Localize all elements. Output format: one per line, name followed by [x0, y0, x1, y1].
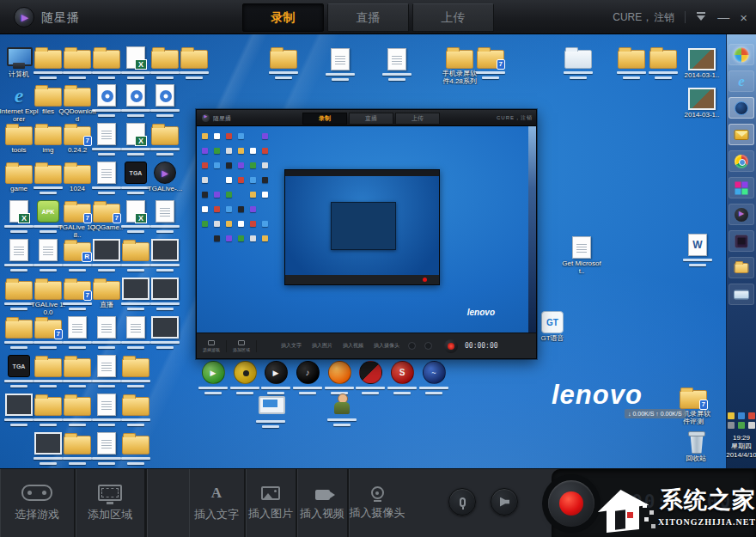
- desktop-icon[interactable]: [145, 239, 185, 272]
- tray-update-icon[interactable]: [738, 422, 745, 429]
- desktop-icon[interactable]: [264, 46, 303, 79]
- tray-security-icon[interactable]: [748, 412, 755, 419]
- excel-icon: X: [126, 200, 145, 223]
- taskbar-item-browser[interactable]: [729, 97, 754, 119]
- desktop-icon-手机录屏软件评测[interactable]: 7手机录屏软件评测: [674, 387, 713, 425]
- desktop-icon-TGALive-...[interactable]: ▶TGALive-...: [145, 162, 185, 192]
- mirror-desktop-icon: [262, 235, 268, 241]
- tray-network-icon[interactable]: [738, 412, 745, 419]
- doc-icon: [331, 48, 350, 70]
- insert-video-button[interactable]: 插入视频: [297, 469, 349, 537]
- mirror-desktop-icon: [262, 192, 268, 198]
- taskbar-item-chrome[interactable]: [729, 150, 754, 172]
- tray-misc-icon[interactable]: [748, 422, 755, 429]
- mirror-desktop-icon: [238, 162, 244, 168]
- desktop-icon[interactable]: [251, 395, 290, 428]
- nested-region-icon: [238, 340, 245, 345]
- select-game-button[interactable]: 选择游戏: [0, 469, 76, 537]
- taskbar-item-tray-drive[interactable]: [729, 284, 754, 305]
- taskbar-item-suixingbo[interactable]: [729, 204, 754, 225]
- capp-red-icon: S: [391, 361, 414, 384]
- system-tray[interactable]: [728, 412, 756, 429]
- app-window: lenovo ↓ 0.00K/S ↑ 0.00K/S 计算机X手机录屏软件4.2…: [0, 0, 756, 537]
- desktop-icon-Get Microsoft..[interactable]: Get Microsoft..: [562, 236, 601, 275]
- desktop-icon[interactable]: [116, 355, 155, 387]
- nested-desktop: lenovo: [197, 126, 536, 333]
- desktop-icon[interactable]: [116, 394, 155, 426]
- desktop-icon[interactable]: [377, 48, 417, 81]
- folderwhite-icon: [564, 50, 592, 69]
- desktop-icon[interactable]: [145, 278, 185, 310]
- excel-icon: X: [9, 200, 28, 223]
- nested-level2-title-bar: [285, 170, 440, 176]
- taskbar-item-ie[interactable]: e: [729, 70, 754, 92]
- record-button[interactable]: [548, 480, 594, 527]
- image-icon: [261, 486, 280, 500]
- desktop-icon-GT语音[interactable]: GTGT语音: [533, 311, 572, 342]
- collapse-icon[interactable]: [696, 12, 707, 22]
- nested-mic-button: [408, 342, 416, 350]
- insert-camera-button[interactable]: 插入摄像头: [349, 469, 405, 537]
- tray-volume-icon[interactable]: [728, 422, 735, 429]
- insert-text-button[interactable]: A 插入文字: [189, 469, 246, 537]
- folder-icon: [270, 50, 297, 69]
- tab-record[interactable]: 录制: [242, 3, 324, 32]
- nested-tab: 录制: [302, 113, 347, 125]
- mirror-desktop-icon: [202, 162, 208, 168]
- desktop-icon-回收站[interactable]: 回收站: [676, 431, 716, 462]
- taskbar-item-dark-app[interactable]: [729, 230, 754, 252]
- taskbar-item-foxmail[interactable]: [729, 124, 754, 145]
- desktop-icon[interactable]: [116, 432, 155, 465]
- doc-icon: [9, 239, 28, 261]
- desktop-icon[interactable]: [558, 46, 598, 79]
- desktop-icon[interactable]: W: [678, 234, 717, 266]
- desktop-icon-2014-03-1..[interactable]: 2014-03-1..: [682, 48, 722, 79]
- jpgdark-icon: [151, 316, 179, 339]
- speaker-button[interactable]: [491, 488, 518, 516]
- nested-app-window[interactable]: 随星播 录制直播上传 CURE，注销 lenovo: [196, 109, 537, 359]
- close-icon[interactable]: ×: [740, 11, 747, 24]
- insert-image-button[interactable]: 插入图片: [246, 469, 297, 537]
- add-region-button[interactable]: 添加区域: [76, 469, 146, 537]
- desktop-icon[interactable]: [145, 200, 185, 233]
- tiles-icon: [735, 181, 748, 194]
- tab-live[interactable]: 直播: [327, 3, 409, 32]
- folder7-icon: 7: [477, 50, 504, 69]
- microphone-icon: [460, 497, 466, 507]
- folder-icon: [122, 397, 149, 416]
- network-speed-overlay: ↓ 0.00K/S ↑ 0.00K/S: [625, 409, 686, 418]
- start-icon: [735, 47, 749, 62]
- tab-upload[interactable]: 上传: [412, 3, 494, 32]
- screen-region-icon: [98, 485, 122, 501]
- nested-select-game-button: 选择游戏: [197, 340, 227, 352]
- mirror-desktop-icon: [250, 192, 256, 198]
- app-title: 随星播: [41, 10, 80, 26]
- app-title-bar: ▶ 随星播 录制直播上传 CURE， 注销 — ×: [0, 0, 756, 34]
- desktop-icon[interactable]: [320, 48, 360, 81]
- desktop-icon[interactable]: [322, 394, 362, 426]
- microphone-button[interactable]: [448, 488, 476, 516]
- nested-level2-window: [284, 169, 441, 284]
- desktop-icon[interactable]: ~: [414, 361, 454, 394]
- nested-toolbar: 选择游戏 添加区域 插入文字插入图片插入视频插入摄像头 00:00:00: [197, 333, 536, 358]
- desktop-icon[interactable]: 7: [471, 46, 510, 79]
- taskbar-item-tiles[interactable]: [729, 177, 754, 198]
- monitorblue-icon: [257, 395, 284, 418]
- desktop-icon[interactable]: [145, 123, 185, 156]
- desktop-icon[interactable]: [174, 46, 214, 79]
- mirror-desktop-icon: [250, 221, 256, 227]
- icon-label: 2014-03-1..: [682, 71, 722, 79]
- desktop-icon[interactable]: [643, 46, 683, 79]
- mirror-desktop-icon: [214, 133, 220, 139]
- desktop-icon[interactable]: [145, 84, 185, 117]
- taskbar-item-folder[interactable]: [729, 257, 754, 278]
- mirror-desktop-icon: [250, 235, 256, 241]
- nested-add-region-button: 添加区域: [227, 340, 257, 352]
- desktop-icon[interactable]: [145, 316, 185, 349]
- taskbar-item-start[interactable]: [729, 44, 754, 65]
- taskbar-clock[interactable]: 19:29 星期四 2014/4/10: [726, 434, 756, 460]
- desktop-icon-2014-03-1..[interactable]: 2014-03-1..: [682, 88, 722, 119]
- logout-link[interactable]: 注销: [654, 10, 674, 25]
- minimize-icon[interactable]: —: [717, 11, 729, 23]
- tray-mail-icon[interactable]: [728, 412, 735, 419]
